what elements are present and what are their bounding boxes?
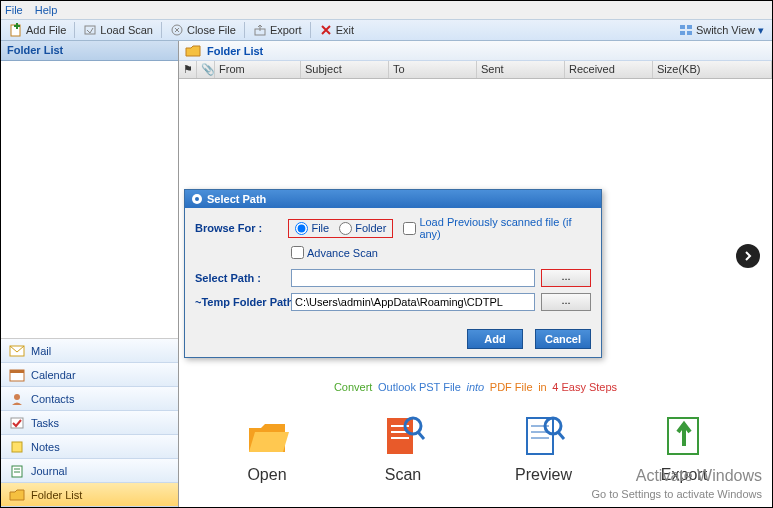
svg-line-24	[418, 432, 424, 439]
col-to[interactable]: To	[389, 61, 477, 78]
add-file-icon	[9, 23, 23, 37]
browse-select-path-button[interactable]: ...	[541, 269, 591, 287]
nav-tasks-label: Tasks	[31, 417, 59, 429]
menu-help[interactable]: Help	[35, 4, 58, 16]
add-button[interactable]: Add	[467, 329, 523, 349]
journal-icon	[9, 464, 25, 478]
chevron-down-icon: ▾	[758, 24, 764, 37]
calendar-icon	[9, 368, 25, 382]
svg-rect-7	[687, 25, 692, 29]
svg-line-30	[558, 432, 564, 439]
menu-bar: File Help	[1, 1, 772, 19]
col-received[interactable]: Received	[565, 61, 653, 78]
select-path-input[interactable]	[291, 269, 535, 287]
dialog-title-bar[interactable]: Select Path	[185, 190, 601, 208]
nav-contacts-label: Contacts	[31, 393, 74, 405]
select-path-label: Select Path :	[195, 272, 291, 284]
add-file-label: Add File	[26, 24, 66, 36]
switch-view-button[interactable]: Switch View ▾	[675, 22, 768, 38]
svg-point-13	[14, 394, 20, 400]
switch-view-label: Switch View	[696, 24, 755, 36]
browse-for-radio-group: File Folder	[288, 219, 393, 238]
svg-rect-25	[527, 418, 553, 454]
exit-label: Exit	[336, 24, 354, 36]
grid-header: ⚑ 📎 From Subject To Sent Received Size(K…	[179, 61, 772, 79]
nav-notes[interactable]: Notes	[1, 435, 178, 459]
radio-file[interactable]: File	[295, 222, 329, 235]
nav-mail[interactable]: Mail	[1, 339, 178, 363]
col-attachment-icon[interactable]: 📎	[197, 61, 215, 78]
cancel-button[interactable]: Cancel	[535, 329, 591, 349]
menu-file[interactable]: File	[5, 4, 23, 16]
svg-rect-15	[12, 442, 22, 452]
svg-rect-14	[11, 418, 23, 428]
col-flag-icon[interactable]: ⚑	[179, 61, 197, 78]
step-open: Open	[243, 412, 291, 484]
folder-tree[interactable]	[1, 61, 178, 339]
nav-notes-label: Notes	[31, 441, 60, 453]
browse-temp-path-button[interactable]: ...	[541, 293, 591, 311]
add-file-button[interactable]: Add File	[5, 22, 70, 38]
folder-tree-pane: Folder List Mail Calendar Contacts Tasks…	[1, 41, 179, 507]
toolbar: Add File Load Scan Close File Export Exi…	[1, 19, 772, 41]
export-button[interactable]: Export	[249, 22, 306, 38]
svg-rect-8	[680, 31, 685, 35]
close-file-icon	[170, 23, 184, 37]
browse-for-label: Browse For :	[195, 222, 288, 234]
preview-icon	[519, 412, 567, 460]
radio-folder[interactable]: Folder	[339, 222, 386, 235]
dialog-title: Select Path	[207, 193, 266, 205]
col-size[interactable]: Size(KB)	[653, 61, 772, 78]
export-step-icon	[660, 412, 708, 460]
svg-rect-9	[687, 31, 692, 35]
scan-icon	[379, 412, 427, 460]
nav-folder-list-label: Folder List	[31, 489, 82, 501]
temp-path-label: ~Temp Folder Path :	[195, 296, 291, 308]
close-file-label: Close File	[187, 24, 236, 36]
promo-heading: Convert Outlook PST File into PDF File i…	[199, 373, 752, 396]
col-from[interactable]: From	[215, 61, 301, 78]
svg-rect-12	[10, 370, 24, 373]
col-sent[interactable]: Sent	[477, 61, 565, 78]
windows-activation-watermark: Activate Windows Go to Settings to activ…	[591, 466, 762, 501]
tasks-icon	[9, 416, 25, 430]
exit-icon	[319, 23, 333, 37]
contacts-icon	[9, 392, 25, 406]
svg-point-33	[195, 197, 199, 201]
nav-folder-list[interactable]: Folder List	[1, 483, 178, 507]
folder-list-title: Folder List	[179, 41, 772, 61]
advance-scan-checkbox[interactable]: Advance Scan	[291, 246, 591, 259]
nav-journal[interactable]: Journal	[1, 459, 178, 483]
svg-rect-19	[387, 418, 413, 454]
load-scan-button[interactable]: Load Scan	[79, 22, 157, 38]
select-path-dialog: Select Path Browse For : File Folder Loa…	[184, 189, 602, 358]
nav-calendar-label: Calendar	[31, 369, 76, 381]
nav-journal-label: Journal	[31, 465, 67, 477]
folder-icon	[9, 488, 25, 502]
chevron-right-icon	[742, 250, 754, 262]
nav-tasks[interactable]: Tasks	[1, 411, 178, 435]
load-scan-label: Load Scan	[100, 24, 153, 36]
close-file-button[interactable]: Close File	[166, 22, 240, 38]
nav-contacts[interactable]: Contacts	[1, 387, 178, 411]
load-previous-checkbox[interactable]: Load Previously scanned file (if any)	[403, 216, 591, 240]
export-icon	[253, 23, 267, 37]
folder-list-header: Folder List	[1, 41, 178, 61]
col-subject[interactable]: Subject	[301, 61, 389, 78]
svg-rect-6	[680, 25, 685, 29]
step-scan: Scan	[379, 412, 427, 484]
mail-icon	[9, 344, 25, 358]
dialog-icon	[191, 193, 203, 205]
exit-button[interactable]: Exit	[315, 22, 358, 38]
load-scan-icon	[83, 23, 97, 37]
temp-path-input[interactable]	[291, 293, 535, 311]
switch-view-icon	[679, 23, 693, 37]
nav-calendar[interactable]: Calendar	[1, 363, 178, 387]
export-label: Export	[270, 24, 302, 36]
notes-icon	[9, 440, 25, 454]
svg-rect-2	[14, 25, 20, 27]
step-preview: Preview	[515, 412, 572, 484]
next-arrow-button[interactable]	[736, 244, 760, 268]
folder-open-icon	[185, 44, 201, 58]
open-folder-icon	[243, 412, 291, 460]
